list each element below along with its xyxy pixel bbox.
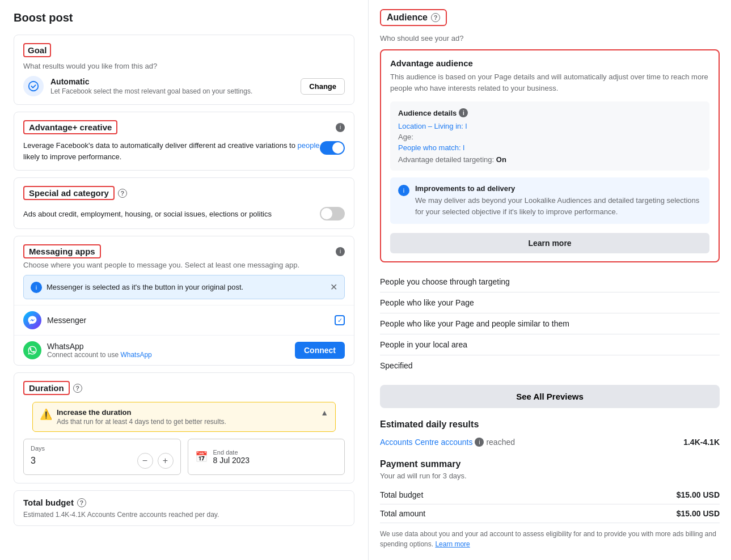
warning-icon: ⚠️ [40, 408, 52, 421]
budget-estimate: Estimated 1.4K-4.1K Accounts Centre acco… [23, 511, 345, 519]
advantage-audience-title: Advantage audience [390, 58, 709, 68]
page-title: Boost post [14, 11, 354, 24]
messenger-name: Messenger [47, 316, 86, 325]
messaging-info-icon[interactable]: i [336, 247, 345, 256]
total-budget-question-icon[interactable]: ? [77, 498, 86, 507]
whatsapp-row: WhatsApp Connect account to use WhatsApp… [14, 335, 354, 365]
warning-title: Increase the duration [57, 408, 226, 417]
end-date-value: 8 Jul 2023 [213, 456, 250, 465]
connect-whatsapp-button[interactable]: Connect [295, 342, 345, 359]
total-amount-label: Total amount [380, 509, 425, 518]
audience-option-like-page[interactable]: People who like your Page [380, 292, 720, 313]
advantage-creative-desc: Leverage Facebook's data to automaticall… [23, 140, 345, 162]
special-ad-section: Special ad category ? Ads about credit, … [14, 177, 354, 229]
days-input-box: Days 3 − + [23, 439, 181, 475]
goal-desc: Let Facebook select the most relevant go… [50, 87, 252, 95]
advantage-creative-link[interactable]: people [298, 141, 320, 150]
goal-section: Goal What results would you like from th… [14, 35, 354, 105]
advantage-targeting-line: Advantage detailed targeting: On [398, 155, 702, 164]
who-should-see-label: Who should see your ad? [380, 34, 720, 43]
duration-title: Duration [23, 381, 70, 395]
special-ad-title: Special ad category [23, 186, 115, 200]
whatsapp-link[interactable]: WhatsApp [120, 351, 151, 359]
messenger-icon [23, 311, 41, 329]
end-date-label: End date [213, 449, 250, 456]
reached-label-suffix: reached [486, 438, 515, 447]
notice-text: Messenger is selected as it's the button… [47, 283, 243, 291]
total-budget-section: Total budget ? Estimated 1.4K-4.1K Accou… [14, 490, 354, 526]
special-ad-toggle[interactable] [320, 207, 345, 220]
messaging-title: Messaging apps [23, 244, 101, 258]
estimated-results-title: Estimated daily results [380, 419, 720, 430]
goal-title: Goal [28, 45, 47, 55]
special-ad-question-icon[interactable]: ? [118, 189, 127, 198]
audience-details-box: Audience details i Location – Living in:… [390, 101, 709, 171]
advantage-creative-title: Advantage+ creative [29, 122, 112, 132]
total-budget-row: Total budget $15.00 USD [380, 486, 720, 504]
messaging-subtitle: Choose where you want people to message … [14, 261, 354, 275]
warning-desc: Ads that run for at least 4 days tend to… [57, 418, 226, 426]
reached-info-icon[interactable]: i [475, 438, 484, 447]
warning-chevron-up-icon: ▲ [320, 408, 328, 417]
goal-name: Automatic [50, 77, 252, 86]
advantage-creative-section: Advantage+ creative i Leverage Facebook'… [14, 112, 354, 171]
audience-header-box: Audience ? [380, 9, 447, 26]
accounts-reached-row: Accounts Centre accounts i reached 1.4K-… [380, 434, 720, 450]
estimated-results: Estimated daily results Accounts Centre … [380, 419, 720, 450]
whatsapp-name: WhatsApp [47, 342, 84, 351]
audience-details-title: Audience details [398, 109, 457, 117]
reached-value: 1.4K-4.1K [683, 438, 720, 447]
messenger-checkbox[interactable]: ✓ [335, 315, 345, 325]
notice-close-button[interactable]: ✕ [330, 282, 337, 292]
people-match-line: People who match: l [398, 143, 702, 152]
audience-details-info-icon[interactable]: i [459, 108, 468, 117]
days-increment-button[interactable]: + [158, 453, 174, 469]
audience-question-icon[interactable]: ? [431, 13, 440, 22]
days-decrement-button[interactable]: − [137, 453, 153, 469]
age-line: Age: [398, 133, 702, 141]
payment-learn-more-link[interactable]: Learn more [435, 540, 470, 548]
days-value: 3 [31, 456, 36, 466]
improvements-title: Improvements to ad delivery [415, 184, 702, 193]
audience-title: Audience [387, 12, 428, 23]
end-date-box[interactable]: 📅 End date 8 Jul 2023 [188, 439, 345, 475]
total-budget-label: Total budget [380, 490, 423, 499]
learn-more-button[interactable]: Learn more [390, 233, 709, 253]
total-amount-row: Total amount $15.00 USD [380, 504, 720, 523]
calendar-icon: 📅 [195, 451, 208, 463]
audience-option-like-similar[interactable]: People who like your Page and people sim… [380, 313, 720, 334]
audience-option-local-area[interactable]: People in your local area [380, 334, 720, 355]
advantage-audience-desc: This audience is based on your Page deta… [390, 71, 709, 94]
payment-subtitle: Your ad will run for 3 days. [380, 472, 720, 480]
total-amount-value: $15.00 USD [677, 509, 720, 518]
total-budget-value: $15.00 USD [677, 490, 720, 499]
see-all-previews-button[interactable]: See All Previews [380, 385, 720, 408]
advantage-audience-card: Advantage audience This audience is base… [380, 49, 720, 262]
duration-warning: ⚠️ Increase the duration Ads that run fo… [32, 402, 336, 432]
left-panel: Boost post Goal What results would you l… [0, 0, 369, 560]
advantage-creative-toggle[interactable] [320, 141, 345, 155]
payment-summary: Payment summary Your ad will run for 3 d… [380, 459, 720, 549]
improvements-desc: We may deliver ads beyond your Lookalike… [415, 195, 702, 217]
whatsapp-desc: Connect account to use [47, 351, 119, 359]
improvements-info-icon: i [398, 185, 409, 196]
messenger-row: Messenger ✓ [14, 305, 354, 335]
audience-option-targeting[interactable]: People you choose through targeting [380, 271, 720, 292]
audience-option-specified[interactable]: Specified [380, 355, 720, 376]
change-goal-button[interactable]: Change [301, 78, 345, 95]
goal-subtitle: What results would you like from this ad… [23, 60, 345, 70]
whatsapp-icon [23, 341, 41, 359]
payment-title: Payment summary [380, 459, 720, 469]
total-budget-title: Total budget [23, 498, 74, 507]
audience-options: People you choose through targeting Peop… [380, 271, 720, 376]
special-ad-label: Ads about credit, employment, housing, o… [23, 210, 272, 218]
payment-note: We use data about you and your ad accoun… [380, 529, 720, 549]
right-panel: Audience ? Who should see your ad? Advan… [369, 0, 731, 560]
location-line: Location – Living in: l [398, 122, 702, 130]
advantage-creative-info-icon[interactable]: i [336, 123, 345, 132]
accounts-centre-link[interactable]: Accounts Centre accounts [380, 438, 472, 447]
automatic-goal-icon [23, 76, 44, 96]
improvements-box: i Improvements to ad delivery We may del… [390, 177, 709, 224]
duration-question-icon[interactable]: ? [73, 384, 82, 393]
duration-section: Duration ? ⚠️ Increase the duration Ads … [14, 372, 354, 483]
